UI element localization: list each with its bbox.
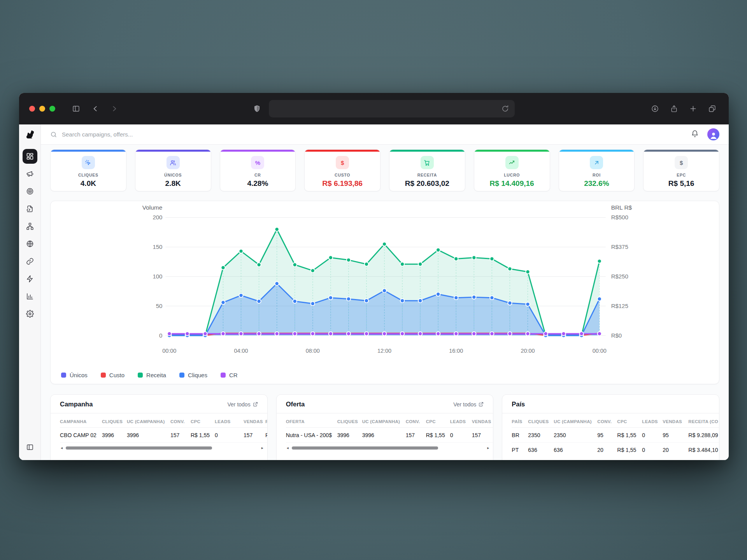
kpi-accent-bar: [559, 150, 635, 152]
legend-item-cr[interactable]: CR: [221, 372, 238, 378]
x-axis-tick: 00:00: [593, 348, 607, 354]
sidebar-item-domains[interactable]: [23, 236, 37, 251]
column-header: CONV.: [406, 419, 426, 424]
column-header: UC (CAMPANHA): [127, 419, 170, 424]
point-cr: [239, 332, 243, 336]
column-header: CAMPANHA: [60, 419, 102, 424]
legend-swatch: [101, 373, 106, 378]
legend-item-únicos[interactable]: Únicos: [61, 372, 88, 378]
table-cell: 157: [472, 432, 493, 438]
traffic-lights: [29, 106, 55, 112]
point-cr: [454, 332, 458, 336]
column-header: UC (CAMPANHA): [554, 419, 597, 424]
table-cell: 95: [663, 432, 688, 438]
scroll-right-arrow[interactable]: ▸: [261, 446, 263, 450]
point-cr: [275, 332, 279, 336]
close-window-button[interactable]: [29, 106, 35, 112]
column-header: LEADS: [450, 419, 472, 424]
table-cell: 3996: [337, 432, 362, 438]
sidebar-item-dashboard[interactable]: [23, 149, 37, 164]
sidebar-item-funnels[interactable]: [23, 219, 37, 234]
forward-icon[interactable]: [107, 103, 121, 115]
legend-item-receita[interactable]: Receita: [138, 372, 166, 378]
point-receita: [418, 262, 422, 266]
kpi-card-únicos: ÚNICOS2.8K: [135, 149, 211, 191]
x-axis-tick: 04:00: [234, 348, 248, 354]
scroll-left-arrow[interactable]: ◂: [287, 446, 289, 450]
trend-up-icon: [509, 159, 515, 166]
left-axis-tick: 200: [153, 214, 162, 220]
volume-chart: 0R$050R$125100R$250150R$375200R$500Volum…: [51, 201, 719, 368]
table-row: PT63663620R$ 1,55020R$ 3.484,10: [512, 443, 719, 457]
point-cr: [221, 332, 225, 336]
point-cr: [508, 332, 512, 336]
bell-icon[interactable]: [691, 130, 699, 139]
point-cliques: [526, 302, 530, 306]
sidebar-item-settings[interactable]: [23, 306, 37, 321]
sidebar-item-offers[interactable]: [23, 184, 37, 199]
sidebar-item-landing-pages[interactable]: [23, 201, 37, 216]
sidebar-item-campaigns[interactable]: [23, 166, 37, 181]
minimize-window-button[interactable]: [39, 106, 45, 112]
scrollbar-thumb[interactable]: [66, 446, 212, 450]
app-logo[interactable]: [19, 124, 40, 145]
x-axis-tick: 16:00: [449, 348, 463, 354]
back-icon[interactable]: [89, 103, 102, 115]
point-receita: [275, 228, 279, 231]
new-tab-icon[interactable]: [686, 103, 700, 115]
app-sidebar: [19, 124, 41, 460]
point-receita: [472, 256, 476, 259]
left-axis-tick: 50: [156, 303, 163, 309]
table-cell: 636: [554, 447, 597, 453]
table-cell: 3996: [362, 432, 406, 438]
scrollbar-track[interactable]: [66, 446, 258, 450]
point-receita: [454, 257, 458, 261]
tab-overview-icon[interactable]: [705, 103, 719, 115]
table-title: País: [512, 401, 525, 408]
scroll-right-arrow[interactable]: ▸: [487, 446, 489, 450]
kpi-label: CR: [254, 173, 261, 177]
percent-glyph: %: [255, 159, 260, 166]
kpi-card-cr: %CR4.28%: [220, 149, 296, 191]
shield-icon[interactable]: [250, 103, 263, 115]
left-axis-title: Volume: [142, 204, 163, 211]
table-body: OFERTACLIQUESUC (CAMPANHA)CONV.CPCLEADSV…: [277, 413, 493, 450]
legend-label: CR: [229, 372, 238, 378]
panel-left-icon[interactable]: [23, 440, 37, 455]
sidebar-item-links[interactable]: [23, 254, 37, 269]
kpi-value: R$ 20.603,02: [405, 179, 449, 188]
reload-icon[interactable]: [501, 103, 509, 115]
column-header: RECEITA (CO: [688, 419, 719, 424]
sidebar-item-automation[interactable]: [23, 271, 37, 286]
ver-todos-link[interactable]: Ver todos: [228, 401, 258, 408]
table-row: CBO CAMP 0239963996157R$ 1,550157R: [60, 428, 267, 443]
address-bar-area: [121, 100, 644, 117]
url-field[interactable]: [269, 100, 515, 117]
zoom-window-button[interactable]: [49, 106, 55, 112]
avatar[interactable]: [707, 128, 719, 140]
ver-todos-label: Ver todos: [228, 401, 251, 408]
scrollbar-track[interactable]: [292, 446, 484, 450]
scroll-left-arrow[interactable]: ◂: [61, 446, 63, 450]
download-icon[interactable]: [648, 103, 661, 115]
sidebar-item-reports[interactable]: [23, 289, 37, 304]
legend-item-custo[interactable]: Custo: [101, 372, 124, 378]
share-icon[interactable]: [667, 103, 680, 115]
scrollbar-thumb[interactable]: [292, 446, 438, 450]
table-cell: 636: [528, 447, 554, 453]
legend-item-cliques[interactable]: Cliques: [179, 372, 207, 378]
kpi-row: CLIQUES4.0KÚNICOS2.8K%CR4.28%$CUSTOR$ 6.…: [50, 149, 719, 191]
table-header-row: PAÍSCLIQUESUC (CAMPANHA)CONV.CPCLEADSVEN…: [512, 413, 719, 428]
sidebar-toggle-icon[interactable]: [69, 103, 82, 115]
search-icon: [50, 131, 57, 138]
column-header: VENDAS: [663, 419, 688, 424]
zap-icon: [26, 275, 34, 283]
table-cell: R$ 9.288,09: [688, 432, 719, 438]
legend-label: Únicos: [70, 372, 88, 378]
network-icon: [26, 222, 34, 230]
table-title: Campanha: [60, 401, 93, 408]
x-axis-tick: 08:00: [306, 348, 320, 354]
point-cr: [347, 332, 351, 336]
search-input[interactable]: Search campaigns, offers...: [50, 131, 691, 138]
ver-todos-link[interactable]: Ver todos: [453, 401, 484, 408]
